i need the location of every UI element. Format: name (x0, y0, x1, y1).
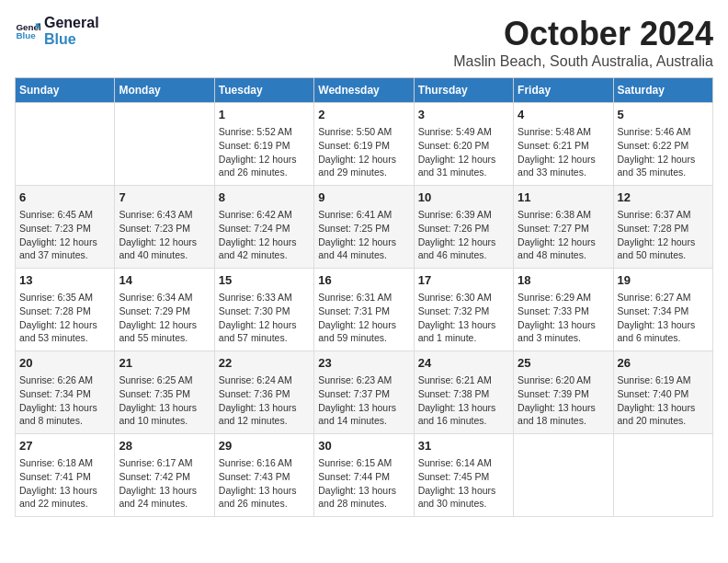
calendar-cell: 1Sunrise: 5:52 AM Sunset: 6:19 PM Daylig… (214, 103, 313, 186)
day-number: 3 (418, 107, 509, 123)
calendar-cell: 7Sunrise: 6:43 AM Sunset: 7:23 PM Daylig… (115, 186, 214, 269)
calendar-cell: 19Sunrise: 6:27 AM Sunset: 7:34 PM Dayli… (613, 269, 712, 351)
page-subtitle: Maslin Beach, South Australia, Australia (453, 53, 713, 70)
day-number: 22 (219, 355, 310, 372)
day-info: Sunrise: 6:14 AM Sunset: 7:45 PM Dayligh… (418, 457, 496, 509)
calendar-cell: 9Sunrise: 6:41 AM Sunset: 7:25 PM Daylig… (314, 186, 414, 269)
day-number: 7 (119, 190, 210, 206)
day-info: Sunrise: 6:31 AM Sunset: 7:31 PM Dayligh… (318, 292, 396, 343)
calendar-table: SundayMondayTuesdayWednesdayThursdayFrid… (15, 77, 713, 517)
day-number: 8 (219, 190, 310, 206)
day-info: Sunrise: 5:52 AM Sunset: 6:19 PM Dayligh… (219, 126, 297, 178)
day-number: 1 (219, 107, 310, 123)
day-info: Sunrise: 6:18 AM Sunset: 7:41 PM Dayligh… (19, 457, 97, 509)
day-number: 4 (518, 107, 609, 123)
day-info: Sunrise: 6:16 AM Sunset: 7:43 PM Dayligh… (219, 457, 297, 509)
calendar-body: 1Sunrise: 5:52 AM Sunset: 6:19 PM Daylig… (16, 103, 713, 517)
calendar-cell: 5Sunrise: 5:46 AM Sunset: 6:22 PM Daylig… (613, 103, 712, 186)
day-number: 28 (119, 438, 210, 454)
day-number: 21 (119, 355, 210, 372)
day-info: Sunrise: 6:24 AM Sunset: 7:36 PM Dayligh… (219, 374, 297, 426)
day-info: Sunrise: 6:27 AM Sunset: 7:34 PM Dayligh… (618, 292, 696, 343)
day-info: Sunrise: 6:41 AM Sunset: 7:25 PM Dayligh… (318, 209, 396, 260)
calendar-week-0: 1Sunrise: 5:52 AM Sunset: 6:19 PM Daylig… (16, 103, 713, 186)
day-info: Sunrise: 6:34 AM Sunset: 7:29 PM Dayligh… (119, 292, 197, 343)
calendar-week-2: 13Sunrise: 6:35 AM Sunset: 7:28 PM Dayli… (16, 269, 713, 351)
logo-text-blue: Blue (44, 31, 99, 48)
day-number: 19 (618, 272, 709, 289)
header-cell-monday: Monday (115, 78, 214, 103)
calendar-cell: 15Sunrise: 6:33 AM Sunset: 7:30 PM Dayli… (214, 269, 313, 351)
header-cell-tuesday: Tuesday (214, 78, 313, 103)
day-number: 31 (418, 438, 509, 454)
header-cell-sunday: Sunday (16, 78, 115, 103)
day-number: 23 (318, 355, 409, 372)
day-info: Sunrise: 5:48 AM Sunset: 6:21 PM Dayligh… (518, 126, 596, 178)
day-info: Sunrise: 6:20 AM Sunset: 7:39 PM Dayligh… (518, 374, 596, 426)
day-number: 18 (518, 272, 609, 289)
day-info: Sunrise: 6:38 AM Sunset: 7:27 PM Dayligh… (518, 209, 596, 260)
header-cell-thursday: Thursday (414, 78, 513, 103)
day-number: 16 (318, 272, 409, 289)
day-number: 5 (618, 107, 709, 123)
calendar-cell (115, 103, 214, 186)
day-info: Sunrise: 6:26 AM Sunset: 7:34 PM Dayligh… (19, 374, 97, 426)
calendar-cell: 23Sunrise: 6:23 AM Sunset: 7:37 PM Dayli… (314, 351, 414, 434)
calendar-cell: 6Sunrise: 6:45 AM Sunset: 7:23 PM Daylig… (16, 186, 115, 269)
calendar-cell: 24Sunrise: 6:21 AM Sunset: 7:38 PM Dayli… (414, 351, 513, 434)
calendar-cell: 31Sunrise: 6:14 AM Sunset: 7:45 PM Dayli… (414, 434, 513, 517)
title-area: October 2024 Maslin Beach, South Austral… (453, 15, 713, 70)
calendar-cell: 14Sunrise: 6:34 AM Sunset: 7:29 PM Dayli… (115, 269, 214, 351)
day-info: Sunrise: 5:50 AM Sunset: 6:19 PM Dayligh… (318, 126, 396, 178)
logo-text-general: General (44, 15, 99, 31)
svg-text:Blue: Blue (16, 30, 36, 40)
header-row: SundayMondayTuesdayWednesdayThursdayFrid… (16, 78, 713, 103)
day-info: Sunrise: 6:42 AM Sunset: 7:24 PM Dayligh… (219, 209, 297, 260)
page-title: October 2024 (453, 15, 713, 53)
day-info: Sunrise: 6:19 AM Sunset: 7:40 PM Dayligh… (618, 374, 696, 426)
day-number: 20 (19, 355, 110, 372)
day-number: 9 (318, 190, 409, 206)
day-info: Sunrise: 6:43 AM Sunset: 7:23 PM Dayligh… (119, 209, 197, 260)
day-info: Sunrise: 6:21 AM Sunset: 7:38 PM Dayligh… (418, 374, 496, 426)
day-number: 13 (19, 272, 110, 289)
calendar-cell: 25Sunrise: 6:20 AM Sunset: 7:39 PM Dayli… (514, 351, 613, 434)
calendar-cell: 29Sunrise: 6:16 AM Sunset: 7:43 PM Dayli… (214, 434, 313, 517)
day-number: 27 (19, 438, 110, 454)
calendar-cell: 8Sunrise: 6:42 AM Sunset: 7:24 PM Daylig… (214, 186, 313, 269)
calendar-cell: 28Sunrise: 6:17 AM Sunset: 7:42 PM Dayli… (115, 434, 214, 517)
day-number: 24 (418, 355, 509, 372)
header-cell-friday: Friday (514, 78, 613, 103)
logo: General Blue General Blue (15, 15, 99, 47)
logo-icon: General Blue (15, 18, 40, 44)
day-info: Sunrise: 6:39 AM Sunset: 7:26 PM Dayligh… (418, 209, 496, 260)
calendar-week-1: 6Sunrise: 6:45 AM Sunset: 7:23 PM Daylig… (16, 186, 713, 269)
calendar-cell: 4Sunrise: 5:48 AM Sunset: 6:21 PM Daylig… (514, 103, 613, 186)
calendar-cell: 22Sunrise: 6:24 AM Sunset: 7:36 PM Dayli… (214, 351, 313, 434)
day-info: Sunrise: 6:37 AM Sunset: 7:28 PM Dayligh… (618, 209, 696, 260)
day-info: Sunrise: 6:30 AM Sunset: 7:32 PM Dayligh… (418, 292, 496, 343)
day-number: 12 (618, 190, 709, 206)
day-info: Sunrise: 6:15 AM Sunset: 7:44 PM Dayligh… (318, 457, 396, 509)
day-info: Sunrise: 5:46 AM Sunset: 6:22 PM Dayligh… (618, 126, 696, 178)
day-info: Sunrise: 6:29 AM Sunset: 7:33 PM Dayligh… (518, 292, 596, 343)
calendar-cell: 2Sunrise: 5:50 AM Sunset: 6:19 PM Daylig… (314, 103, 414, 186)
calendar-header: SundayMondayTuesdayWednesdayThursdayFrid… (16, 78, 713, 103)
calendar-cell: 21Sunrise: 6:25 AM Sunset: 7:35 PM Dayli… (115, 351, 214, 434)
day-number: 25 (518, 355, 609, 372)
header-cell-wednesday: Wednesday (314, 78, 414, 103)
calendar-cell: 13Sunrise: 6:35 AM Sunset: 7:28 PM Dayli… (16, 269, 115, 351)
day-number: 6 (19, 190, 110, 206)
day-number: 15 (219, 272, 310, 289)
day-info: Sunrise: 6:35 AM Sunset: 7:28 PM Dayligh… (19, 292, 97, 343)
calendar-cell: 27Sunrise: 6:18 AM Sunset: 7:41 PM Dayli… (16, 434, 115, 517)
header: General Blue General Blue October 2024 M… (15, 15, 713, 70)
day-number: 10 (418, 190, 509, 206)
day-info: Sunrise: 6:25 AM Sunset: 7:35 PM Dayligh… (119, 374, 197, 426)
calendar-cell (613, 434, 712, 517)
calendar-cell: 16Sunrise: 6:31 AM Sunset: 7:31 PM Dayli… (314, 269, 414, 351)
day-number: 2 (318, 107, 409, 123)
calendar-cell: 3Sunrise: 5:49 AM Sunset: 6:20 PM Daylig… (414, 103, 513, 186)
calendar-cell (16, 103, 115, 186)
calendar-cell: 18Sunrise: 6:29 AM Sunset: 7:33 PM Dayli… (514, 269, 613, 351)
